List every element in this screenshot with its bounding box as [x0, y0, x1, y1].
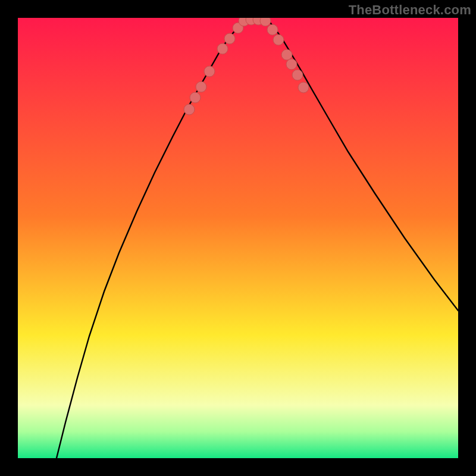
data-point [292, 70, 303, 80]
curve-left-curve [57, 19, 245, 458]
data-point [224, 33, 235, 44]
curve-layer [18, 18, 458, 458]
plot-area [18, 18, 458, 458]
data-point [267, 24, 278, 35]
data-point [217, 43, 228, 54]
data-point [286, 59, 297, 70]
data-point [204, 66, 215, 77]
dot-group [184, 18, 309, 115]
data-point [196, 82, 206, 92]
curve-group [57, 19, 458, 458]
data-point [273, 35, 284, 45]
data-point [184, 104, 195, 115]
data-point [190, 92, 201, 103]
data-point [281, 49, 292, 60]
chart-frame: TheBottleneck.com [0, 0, 476, 476]
data-point [298, 82, 309, 93]
watermark-text: TheBottleneck.com [349, 2, 471, 18]
data-point [260, 18, 271, 26]
